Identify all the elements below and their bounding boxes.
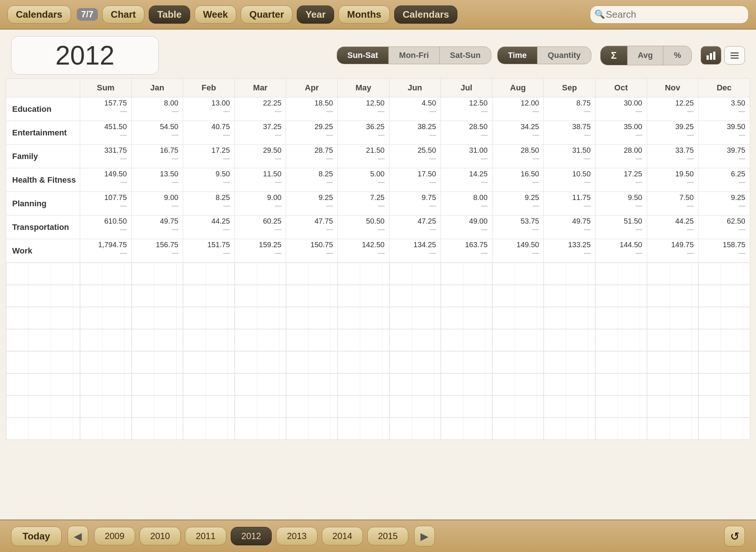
bar-chart-icon-button[interactable] bbox=[701, 46, 721, 65]
mon-fri-button[interactable]: Mon-Fri bbox=[389, 47, 440, 64]
value-cell: 8.25— bbox=[286, 168, 338, 192]
value-cell: 60.25— bbox=[234, 215, 286, 239]
value-cell: 47.75— bbox=[286, 215, 338, 239]
empty-cell bbox=[647, 329, 698, 351]
empty-cell bbox=[286, 307, 338, 329]
table-row: Work1,794.75—156.75—151.75—159.25—150.75… bbox=[6, 239, 750, 263]
category-cell[interactable]: Education bbox=[6, 97, 80, 121]
empty-row bbox=[6, 307, 750, 329]
empty-cell bbox=[80, 418, 132, 440]
value-cell: 7.50— bbox=[647, 192, 698, 215]
empty-cell bbox=[6, 396, 80, 418]
months-button[interactable]: Months bbox=[339, 6, 389, 24]
bottom-toolbar: Today ◀ 2009201020112012201320142015 ▶ ↺ bbox=[0, 520, 756, 552]
empty-cell bbox=[389, 373, 441, 396]
svg-rect-5 bbox=[731, 58, 739, 59]
sun-sat-button[interactable]: Sun-Sat bbox=[337, 47, 389, 64]
col-jul: Jul bbox=[441, 79, 492, 97]
prev-arrow[interactable]: ◀ bbox=[68, 526, 88, 546]
table-button[interactable]: Table bbox=[149, 6, 190, 24]
quantity-button[interactable]: Quantity bbox=[537, 47, 591, 64]
value-cell: 5.00— bbox=[338, 168, 389, 192]
category-cell[interactable]: Family bbox=[6, 145, 80, 168]
today-button[interactable]: Today bbox=[11, 527, 62, 546]
sat-sun-button[interactable]: Sat-Sun bbox=[440, 47, 491, 64]
avg-button[interactable]: Avg bbox=[628, 46, 664, 65]
empty-cell bbox=[6, 263, 80, 285]
empty-cell bbox=[338, 329, 389, 351]
percent-button[interactable]: % bbox=[663, 46, 691, 65]
value-cell: 6.25— bbox=[698, 168, 750, 192]
category-cell[interactable]: Health & Fitness bbox=[6, 168, 80, 192]
sum-button[interactable]: Σ bbox=[601, 46, 628, 65]
year-nav-button[interactable]: 2014 bbox=[322, 527, 363, 545]
col-apr: Apr bbox=[286, 79, 338, 97]
empty-cell bbox=[234, 418, 286, 440]
empty-cell bbox=[698, 263, 750, 285]
empty-cell bbox=[6, 329, 80, 351]
value-cell: 18.50— bbox=[286, 97, 338, 121]
value-cell: 9.25— bbox=[492, 192, 544, 215]
empty-cell bbox=[441, 285, 492, 307]
value-cell: 8.00— bbox=[131, 97, 183, 121]
empty-cell bbox=[389, 418, 441, 440]
category-cell[interactable]: Entertainment bbox=[6, 121, 80, 145]
year-nav-button[interactable]: 2011 bbox=[185, 527, 226, 545]
year-nav-button[interactable]: 2009 bbox=[94, 527, 135, 545]
search-icon: 🔍 bbox=[595, 10, 605, 19]
empty-cell bbox=[441, 396, 492, 418]
year-nav-button[interactable]: 2010 bbox=[140, 527, 181, 545]
svg-rect-3 bbox=[731, 52, 739, 54]
value-cell: 31.50— bbox=[544, 145, 595, 168]
value-cell: 9.00— bbox=[234, 192, 286, 215]
value-cell: 7.25— bbox=[338, 192, 389, 215]
empty-cell bbox=[647, 351, 698, 373]
empty-cell bbox=[441, 373, 492, 396]
next-arrow[interactable]: ▶ bbox=[414, 526, 435, 546]
table-header-row: Sum Jan Feb Mar Apr May Jun Jul Aug Sep … bbox=[6, 79, 750, 97]
chart-button[interactable]: Chart bbox=[102, 6, 144, 24]
calendars2-button[interactable]: Calendars bbox=[394, 6, 458, 24]
year-nav-button[interactable]: 2015 bbox=[367, 527, 408, 545]
empty-cell bbox=[441, 418, 492, 440]
empty-cell bbox=[183, 263, 235, 285]
value-cell: 9.25— bbox=[698, 192, 750, 215]
list-view-icon-button[interactable] bbox=[724, 46, 745, 65]
category-cell[interactable]: Work bbox=[6, 239, 80, 263]
category-cell[interactable]: Transportation bbox=[6, 215, 80, 239]
value-cell: 9.75— bbox=[389, 192, 441, 215]
empty-cell bbox=[544, 418, 595, 440]
value-cell: 44.25— bbox=[647, 215, 698, 239]
col-mar: Mar bbox=[234, 79, 286, 97]
value-cell: 8.25— bbox=[183, 192, 235, 215]
year-button[interactable]: Year bbox=[297, 6, 334, 24]
empty-cell bbox=[234, 285, 286, 307]
year-nav-button[interactable]: 2012 bbox=[231, 527, 272, 545]
time-button[interactable]: Time bbox=[498, 47, 537, 64]
value-cell: 31.00— bbox=[441, 145, 492, 168]
value-cell: 149.50— bbox=[492, 239, 544, 263]
category-cell[interactable]: Planning bbox=[6, 192, 80, 215]
empty-cell bbox=[389, 329, 441, 351]
empty-cell bbox=[595, 396, 647, 418]
empty-cell bbox=[698, 396, 750, 418]
empty-cell bbox=[441, 329, 492, 351]
refresh-button[interactable]: ↺ bbox=[724, 526, 745, 546]
search-input[interactable] bbox=[590, 6, 749, 24]
year-nav-button[interactable]: 2013 bbox=[276, 527, 317, 545]
empty-cell bbox=[441, 351, 492, 373]
table-row: Transportation610.50—49.75—44.25—60.25—4… bbox=[6, 215, 750, 239]
col-dec: Dec bbox=[698, 79, 750, 97]
year-display: 2012 bbox=[11, 36, 159, 75]
empty-cell bbox=[234, 263, 286, 285]
empty-cell bbox=[131, 263, 183, 285]
quarter-button[interactable]: Quarter bbox=[241, 6, 292, 24]
empty-cell bbox=[338, 396, 389, 418]
empty-cell bbox=[389, 307, 441, 329]
value-cell: 8.00— bbox=[441, 192, 492, 215]
week-button[interactable]: Week bbox=[195, 6, 236, 24]
calendars-button[interactable]: Calendars bbox=[7, 6, 71, 24]
empty-cell bbox=[647, 307, 698, 329]
empty-cell bbox=[80, 285, 132, 307]
search-wrap: 🔍 bbox=[590, 6, 749, 24]
